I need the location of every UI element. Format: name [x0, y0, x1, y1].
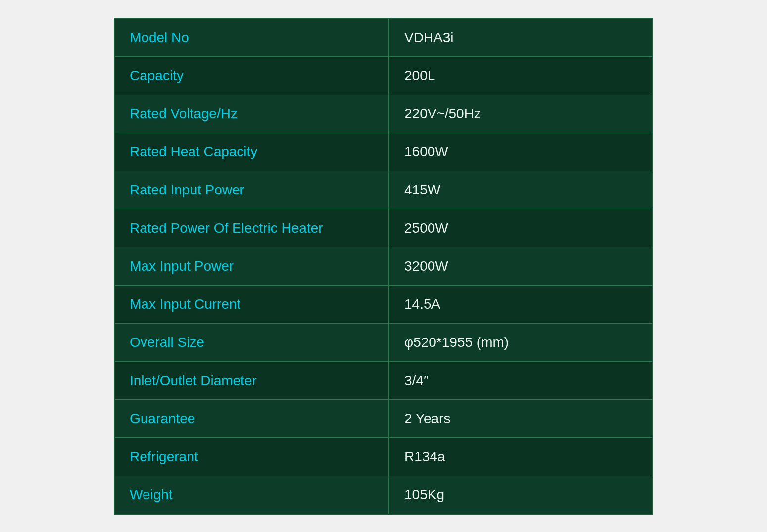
- spec-value: 105Kg: [389, 476, 652, 514]
- spec-value: 2500W: [389, 209, 652, 247]
- spec-value: 200L: [389, 57, 652, 95]
- spec-value: R134a: [389, 438, 652, 476]
- spec-label: Overall Size: [115, 324, 389, 361]
- table-row: Guarantee2 Years: [115, 400, 652, 438]
- table-row: Weight105Kg: [115, 476, 652, 514]
- table-row: Rated Power Of Electric Heater2500W: [115, 209, 652, 247]
- spec-value: 14.5A: [389, 286, 652, 323]
- table-row: Overall Sizeφ520*1955 (mm): [115, 324, 652, 362]
- spec-label: Model No: [115, 19, 389, 56]
- spec-label: Weight: [115, 476, 389, 514]
- spec-value: VDHA3i: [389, 19, 652, 56]
- table-row: Model NoVDHA3i: [115, 19, 652, 57]
- spec-label: Max Input Power: [115, 247, 389, 285]
- spec-label: Inlet/Outlet Diameter: [115, 362, 389, 399]
- spec-label: Max Input Current: [115, 286, 389, 323]
- table-row: Inlet/Outlet Diameter3/4″: [115, 362, 652, 400]
- table-row: Max Input Current14.5A: [115, 286, 652, 324]
- spec-label: Rated Heat Capacity: [115, 133, 389, 171]
- spec-label: Rated Voltage/Hz: [115, 95, 389, 133]
- table-row: Rated Input Power415W: [115, 171, 652, 209]
- table-row: Rated Voltage/Hz220V~/50Hz: [115, 95, 652, 133]
- spec-value: 3/4″: [389, 362, 652, 399]
- spec-label: Rated Power Of Electric Heater: [115, 209, 389, 247]
- spec-value: 2 Years: [389, 400, 652, 437]
- spec-label: Guarantee: [115, 400, 389, 437]
- spec-value: 3200W: [389, 247, 652, 285]
- spec-label: Rated Input Power: [115, 171, 389, 209]
- spec-label: Capacity: [115, 57, 389, 95]
- spec-value: 220V~/50Hz: [389, 95, 652, 133]
- spec-value: 1600W: [389, 133, 652, 171]
- table-row: Capacity200L: [115, 57, 652, 95]
- table-row: Max Input Power3200W: [115, 247, 652, 286]
- specs-table: Model NoVDHA3iCapacity200LRated Voltage/…: [114, 18, 653, 515]
- spec-value: φ520*1955 (mm): [389, 324, 652, 361]
- spec-value: 415W: [389, 171, 652, 209]
- table-row: RefrigerantR134a: [115, 438, 652, 476]
- spec-label: Refrigerant: [115, 438, 389, 476]
- table-row: Rated Heat Capacity1600W: [115, 133, 652, 171]
